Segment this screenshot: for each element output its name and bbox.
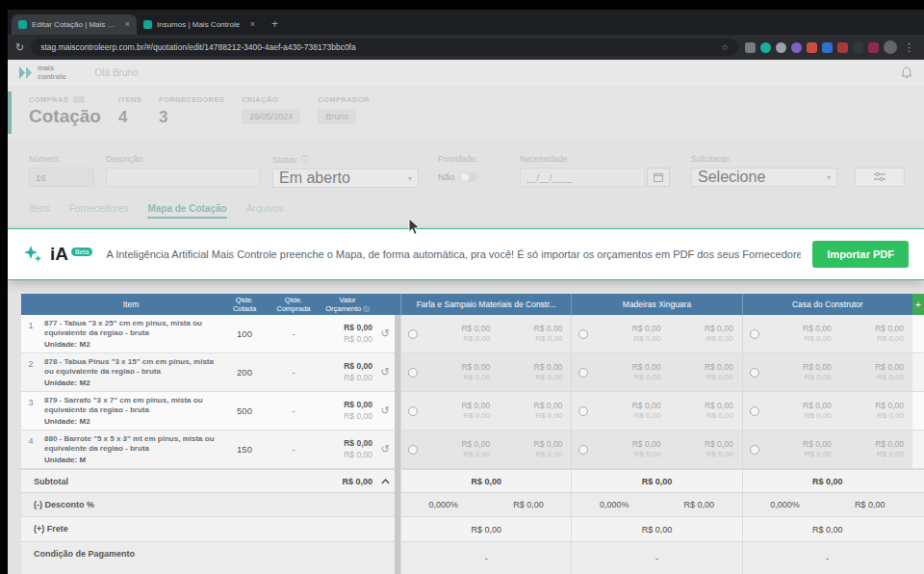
supplier-price-input[interactable]: R$ 0,00 — [534, 401, 563, 411]
collapse-chevron-icon[interactable] — [375, 470, 395, 492]
desconto-value-input[interactable]: R$ 0,00 — [855, 500, 886, 509]
browser-tab-active[interactable]: Editar Cotação | Mais Controle × — [12, 14, 137, 35]
select-supplier-radio[interactable] — [578, 329, 588, 339]
extension-icon[interactable] — [807, 42, 817, 53]
descricao-input[interactable] — [106, 168, 260, 187]
supplier-price-input[interactable]: R$ 0,00 — [705, 401, 733, 411]
brand-logo[interactable]: mais controle — [19, 65, 66, 81]
desconto-pct-input[interactable]: 0,000% — [600, 500, 629, 509]
select-supplier-radio[interactable] — [408, 368, 418, 378]
supplier-pagamento-input[interactable]: - — [400, 542, 571, 574]
supplier-price-input[interactable]: R$ 0,00 — [803, 439, 832, 450]
numero-input[interactable] — [29, 168, 94, 187]
status-select[interactable]: Em aberto ▾ — [272, 169, 419, 188]
valor-orcamento-cell: R$ 0,00R$ 0,00 — [320, 315, 375, 352]
supplier-price-total: R$ 0,00 — [633, 334, 660, 344]
desconto-value-input[interactable]: R$ 0,00 — [684, 500, 715, 509]
select-supplier-radio[interactable] — [750, 406, 759, 416]
creation-date-chip: 29/05/2024 — [242, 109, 300, 124]
select-supplier-radio[interactable] — [750, 368, 759, 378]
extension-icon[interactable] — [745, 42, 756, 53]
undo-icon[interactable]: ↺ — [375, 315, 395, 352]
supplier-price-input[interactable]: R$ 0,00 — [461, 439, 490, 450]
notifications-bell-icon[interactable] — [901, 66, 912, 79]
qtde-cotada-value: 200 — [221, 353, 268, 391]
supplier-price-input[interactable]: R$ 0,00 — [875, 401, 904, 411]
browser-profile-avatar[interactable] — [884, 40, 897, 54]
select-supplier-radio[interactable] — [578, 406, 588, 416]
select-supplier-radio[interactable] — [578, 368, 588, 378]
supplier-price-input[interactable]: R$ 0,00 — [803, 324, 832, 334]
extension-icon[interactable] — [822, 42, 833, 53]
supplier-price-input[interactable]: R$ 0,00 — [632, 362, 661, 373]
row-number: 3 — [21, 392, 40, 430]
select-supplier-radio[interactable] — [408, 445, 418, 455]
supplier-price-input[interactable]: R$ 0,00 — [705, 362, 733, 373]
import-pdf-button[interactable]: Importar PDF — [812, 241, 909, 268]
browser-menu-icon[interactable]: ⋮ — [902, 41, 916, 54]
supplier-pagamento-input[interactable]: - — [571, 542, 741, 574]
filter-settings-button[interactable] — [855, 168, 905, 187]
supplier-price-input[interactable]: R$ 0,00 — [534, 324, 563, 334]
browser-tab-inactive[interactable]: Insumos | Mais Controle × — [137, 14, 262, 35]
select-supplier-radio[interactable] — [408, 329, 418, 339]
extension-icon[interactable] — [853, 42, 863, 53]
tab-fornecedores[interactable]: Fornecedores — [69, 203, 129, 219]
refresh-icon[interactable]: ↻ — [15, 42, 24, 53]
supplier-quote-cell: R$ 0,00R$ 0,00 R$ 0,00R$ 0,00 — [571, 392, 741, 430]
solicitante-select[interactable]: Selecione ▾ — [691, 168, 837, 187]
brand-text-line2: controle — [38, 73, 66, 81]
close-tab-icon[interactable]: × — [125, 20, 130, 29]
select-supplier-radio[interactable] — [750, 445, 759, 455]
vertical-scrollbar[interactable] — [395, 315, 400, 574]
supplier-price-input[interactable]: R$ 0,00 — [875, 439, 904, 450]
supplier-price-input[interactable]: R$ 0,00 — [875, 362, 904, 373]
new-tab-button[interactable]: + — [271, 18, 278, 30]
supplier-price-input[interactable]: R$ 0,00 — [705, 324, 733, 334]
close-tab-icon[interactable]: × — [250, 20, 255, 29]
supplier-price-input[interactable]: R$ 0,00 — [632, 324, 661, 334]
page-accent-bar — [8, 91, 12, 134]
undo-icon[interactable]: ↺ — [375, 353, 395, 391]
calendar-button[interactable] — [647, 168, 670, 187]
tab-mapa-de-cotacao[interactable]: Mapa de Cotação — [147, 203, 226, 219]
supplier-price-input[interactable]: R$ 0,00 — [534, 439, 563, 450]
supplier-price-input[interactable]: R$ 0,00 — [632, 401, 661, 411]
desconto-pct-input[interactable]: 0,000% — [429, 500, 459, 509]
bookmark-star-icon[interactable]: ☆ — [721, 42, 729, 52]
row-number: 4 — [21, 430, 40, 468]
extension-icon[interactable] — [837, 42, 848, 53]
extension-icon[interactable] — [791, 42, 802, 53]
supplier-price-input[interactable]: R$ 0,00 — [461, 362, 490, 373]
supplier-price-input[interactable]: R$ 0,00 — [461, 401, 490, 411]
supplier-price-input[interactable]: R$ 0,00 — [803, 362, 832, 373]
supplier-price-input[interactable]: R$ 0,00 — [632, 439, 661, 450]
supplier-frete-input[interactable]: R$ 0,00 — [742, 517, 912, 541]
supplier-price-input[interactable]: R$ 0,00 — [705, 439, 733, 450]
omnibox[interactable]: stag.maiscontroleerp.com.br/#/quotation/… — [31, 39, 738, 56]
supplier-price-input[interactable]: R$ 0,00 — [875, 324, 904, 334]
extension-icon[interactable] — [776, 42, 786, 53]
select-supplier-radio[interactable] — [408, 406, 418, 416]
undo-icon[interactable]: ↺ — [375, 392, 395, 430]
supplier-pagamento-input[interactable]: - — [742, 542, 912, 574]
supplier-price-input[interactable]: R$ 0,00 — [461, 324, 490, 334]
tab-itens[interactable]: Itens — [29, 203, 50, 219]
undo-icon[interactable]: ↺ — [375, 430, 395, 468]
buyer-chip: Bruno — [318, 109, 356, 124]
select-supplier-radio[interactable] — [750, 329, 759, 339]
supplier-frete-input[interactable]: R$ 0,00 — [571, 517, 741, 541]
desconto-value-input[interactable]: R$ 0,00 — [513, 500, 544, 509]
tab-arquivos[interactable]: Arquivos — [246, 203, 284, 219]
supplier-frete-input[interactable]: R$ 0,00 — [400, 517, 571, 541]
stat-label: ITENS — [118, 95, 141, 104]
select-supplier-radio[interactable] — [578, 445, 588, 455]
supplier-price-input[interactable]: R$ 0,00 — [534, 362, 563, 373]
extension-icon[interactable] — [760, 42, 771, 53]
supplier-price-input[interactable]: R$ 0,00 — [803, 401, 832, 411]
desconto-pct-input[interactable]: 0,000% — [770, 500, 800, 509]
extension-icon[interactable] — [868, 42, 879, 53]
prioridade-toggle[interactable] — [460, 172, 477, 182]
add-supplier-button[interactable]: + — [912, 294, 924, 315]
necessidade-date-input[interactable] — [520, 168, 645, 187]
